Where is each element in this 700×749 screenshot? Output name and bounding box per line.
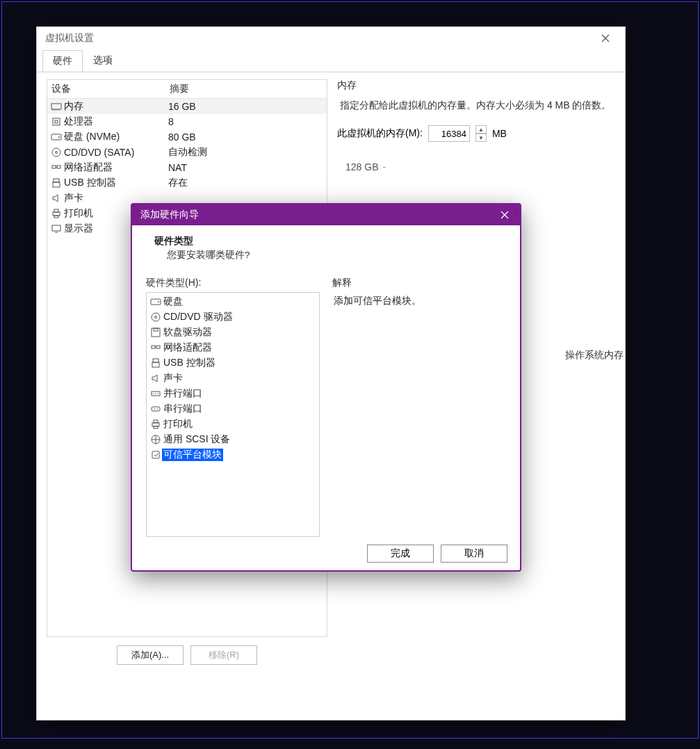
col-device: 设备 xyxy=(47,80,165,98)
explain-label: 解释 xyxy=(332,277,506,289)
hardware-type-label: 声卡 xyxy=(162,372,183,385)
hardware-type-label: 网络适配器 xyxy=(162,341,212,354)
close-icon[interactable] xyxy=(590,29,621,47)
explain-text: 添加可信平台模块。 xyxy=(332,292,506,310)
floppy-icon xyxy=(149,327,162,338)
device-row[interactable]: 硬盘 (NVMe)80 GB xyxy=(47,129,327,145)
printer-icon xyxy=(50,208,63,219)
usb-icon xyxy=(50,177,63,188)
wizard-titlebar: 添加硬件向导 xyxy=(132,204,520,225)
os-memory-note: 操作系统内存 xyxy=(565,349,624,362)
tpm-icon xyxy=(149,449,162,460)
hardware-type-label: 硬件类型(H): xyxy=(146,277,320,289)
hardware-type-item[interactable]: 打印机 xyxy=(147,417,319,432)
wizard-subheading: 您要安装哪类硬件? xyxy=(154,249,506,261)
device-name: CD/DVD (SATA) xyxy=(63,147,168,158)
hardware-type-item[interactable]: 串行端口 xyxy=(147,401,319,417)
hardware-type-label: 并行端口 xyxy=(162,387,202,400)
device-name: 处理器 xyxy=(63,115,168,128)
serial-icon xyxy=(149,403,162,414)
hardware-type-item[interactable]: USB 控制器 xyxy=(147,355,319,371)
dialog-title: 虚拟机设置 xyxy=(45,32,94,45)
memory-unit: MB xyxy=(492,128,507,139)
disk-icon xyxy=(149,296,162,307)
remove-button[interactable]: 移除(R) xyxy=(190,645,257,665)
sound-icon xyxy=(50,193,63,204)
usb-icon xyxy=(149,357,162,369)
net-icon xyxy=(149,342,162,353)
memory-stepper[interactable]: ▲▼ xyxy=(475,125,487,142)
hardware-type-label: 串行端口 xyxy=(162,403,202,415)
hardware-type-item[interactable]: 网络适配器 xyxy=(147,340,319,355)
hardware-type-item[interactable]: 通用 SCSI 设备 xyxy=(147,432,319,447)
disk-icon xyxy=(50,131,63,143)
memory-icon xyxy=(50,101,63,112)
cd-icon xyxy=(50,147,63,158)
device-summary: 自动检测 xyxy=(168,146,324,159)
add-hardware-wizard: 添加硬件向导 硬件类型 您要安装哪类硬件? 硬件类型(H): 硬盘CD/DVD … xyxy=(131,203,521,572)
tab-strip: 硬件 选项 xyxy=(37,49,625,72)
scsi-icon xyxy=(149,434,162,445)
device-row[interactable]: USB 控制器存在 xyxy=(47,175,327,191)
device-summary: 8 xyxy=(168,116,324,127)
device-summary: 存在 xyxy=(168,177,324,189)
tab-hardware[interactable]: 硬件 xyxy=(42,50,83,72)
device-name: 网络适配器 xyxy=(63,161,168,174)
hardware-type-item[interactable]: 声卡 xyxy=(147,371,319,386)
hardware-type-label: USB 控制器 xyxy=(162,357,215,369)
device-name: USB 控制器 xyxy=(63,177,168,189)
memory-title: 内存 xyxy=(337,79,615,92)
memory-input[interactable] xyxy=(428,125,470,142)
tab-options[interactable]: 选项 xyxy=(83,49,123,72)
hardware-type-item[interactable]: 硬盘 xyxy=(147,294,319,309)
add-button[interactable]: 添加(A)... xyxy=(117,645,184,665)
memory-label: 此虚拟机的内存(M): xyxy=(337,127,423,140)
net-icon xyxy=(50,162,63,173)
wizard-heading: 硬件类型 xyxy=(154,235,506,248)
device-row[interactable]: 处理器8 xyxy=(47,114,327,129)
titlebar: 虚拟机设置 xyxy=(37,27,625,49)
close-icon[interactable] xyxy=(495,207,514,223)
hardware-type-label: 通用 SCSI 设备 xyxy=(162,433,230,446)
cancel-button[interactable]: 取消 xyxy=(441,545,507,563)
device-name: 内存 xyxy=(63,100,168,113)
memory-desc: 指定分配给此虚拟机的内存量。内存大小必须为 4 MB 的倍数。 xyxy=(337,97,615,113)
device-name: 硬盘 (NVMe) xyxy=(63,131,168,143)
hardware-type-list[interactable]: 硬盘CD/DVD 驱动器软盘驱动器网络适配器USB 控制器声卡并行端口串行端口打… xyxy=(146,292,320,537)
finish-button[interactable]: 完成 xyxy=(367,545,434,563)
col-summary: 摘要 xyxy=(165,80,327,98)
device-summary: 16 GB xyxy=(168,101,324,112)
printer-icon xyxy=(149,419,162,430)
display-icon xyxy=(50,223,63,234)
hardware-type-label: 软盘驱动器 xyxy=(162,326,212,339)
device-row[interactable]: CD/DVD (SATA)自动检测 xyxy=(47,145,327,160)
cd-icon xyxy=(149,312,162,323)
sound-icon xyxy=(149,373,162,384)
hardware-type-label: CD/DVD 驱动器 xyxy=(162,311,233,323)
device-summary: 80 GB xyxy=(168,131,324,143)
device-summary: NAT xyxy=(168,162,324,173)
hardware-type-label: 打印机 xyxy=(162,418,193,430)
hardware-type-item[interactable]: 并行端口 xyxy=(147,386,319,401)
device-row[interactable]: 网络适配器NAT xyxy=(47,160,327,175)
device-row[interactable]: 内存16 GB xyxy=(47,99,327,114)
hardware-type-item[interactable]: 可信平台模块 xyxy=(147,447,319,462)
port-icon xyxy=(149,388,162,399)
hardware-type-label: 可信平台模块 xyxy=(162,449,223,461)
hardware-type-item[interactable]: 软盘驱动器 xyxy=(147,325,319,340)
hardware-type-label: 硬盘 xyxy=(162,296,183,308)
cpu-icon xyxy=(50,116,63,127)
wizard-title: 添加硬件向导 xyxy=(140,209,199,221)
slider-tick-label: 128 GB- xyxy=(345,161,386,172)
hardware-type-item[interactable]: CD/DVD 驱动器 xyxy=(147,309,319,325)
